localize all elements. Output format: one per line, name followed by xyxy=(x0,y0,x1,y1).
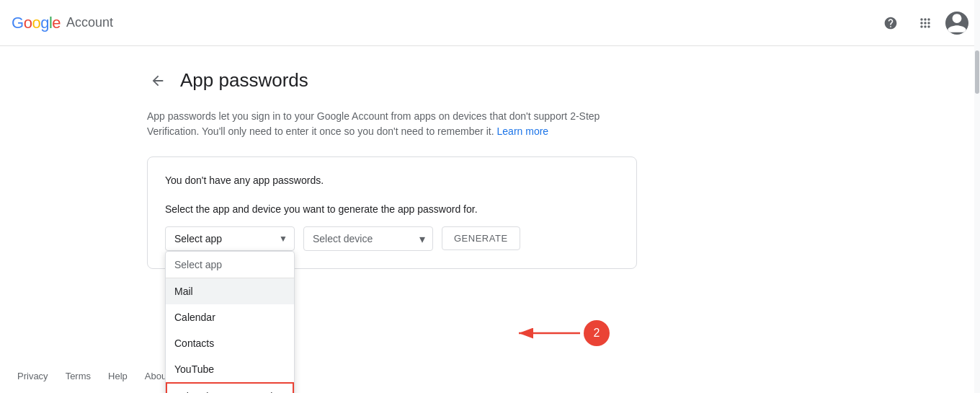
dropdown-item-other[interactable]: Other (Custom name) xyxy=(166,382,294,393)
select-device-label: Select device xyxy=(313,233,373,244)
annotation-arrow xyxy=(512,322,584,344)
back-arrow-icon xyxy=(150,73,166,89)
description-text: App passwords let you sign in to your Go… xyxy=(147,109,651,139)
help-button[interactable] xyxy=(876,9,905,37)
scrollbar[interactable] xyxy=(974,0,980,393)
header-left: Google Account xyxy=(12,14,113,32)
select-app-label: Select app xyxy=(174,233,222,244)
help-icon xyxy=(883,16,898,30)
footer-privacy[interactable]: Privacy xyxy=(17,371,48,381)
select-device-box[interactable]: Select device ▾ xyxy=(303,226,433,251)
annotation-badge: 2 xyxy=(584,320,610,346)
scrollbar-thumb xyxy=(975,50,979,94)
main-card: You don't have any app passwords. Select… xyxy=(147,156,637,269)
dropdown-header: Select app xyxy=(166,252,294,278)
select-device-chevron: ▾ xyxy=(419,232,425,246)
select-app-wrapper: Select app ▼ Select app Mail Calendar xyxy=(165,226,295,251)
generate-button[interactable]: GENERATE xyxy=(442,226,520,250)
annotation-container: 2 xyxy=(512,320,610,346)
select-app-box[interactable]: Select app ▼ xyxy=(165,226,295,251)
back-button[interactable] xyxy=(147,70,169,92)
main-content: App passwords App passwords let you sign… xyxy=(130,46,850,292)
google-logo: Google xyxy=(12,14,61,32)
footer: Privacy Terms Help About xyxy=(0,359,980,393)
header: Google Account xyxy=(0,0,980,46)
header-right xyxy=(876,9,968,37)
dropdown-item-calendar[interactable]: Calendar xyxy=(166,304,294,330)
dropdown-item-mail[interactable]: Mail xyxy=(166,278,294,304)
account-text: Account xyxy=(66,15,113,30)
avatar[interactable] xyxy=(945,12,968,35)
apps-button[interactable] xyxy=(911,9,940,37)
card-prompt: Select the app and device you want to ge… xyxy=(165,203,619,215)
page-header: App passwords xyxy=(147,69,833,92)
select-app-chevron: ▼ xyxy=(279,234,288,244)
footer-terms[interactable]: Terms xyxy=(66,371,91,381)
select-device-wrapper: Select device ▾ xyxy=(303,226,433,251)
footer-help[interactable]: Help xyxy=(108,371,128,381)
dropdown-item-youtube[interactable]: YouTube xyxy=(166,356,294,382)
page-title: App passwords xyxy=(180,69,308,92)
select-app-dropdown: Select app Mail Calendar Contacts YouTub… xyxy=(165,251,295,393)
apps-icon xyxy=(918,16,932,30)
avatar-icon xyxy=(945,12,968,35)
dropdown-item-contacts[interactable]: Contacts xyxy=(166,330,294,356)
no-passwords-text: You don't have any app passwords. xyxy=(165,175,619,186)
learn-more-link[interactable]: Learn more xyxy=(497,125,549,137)
